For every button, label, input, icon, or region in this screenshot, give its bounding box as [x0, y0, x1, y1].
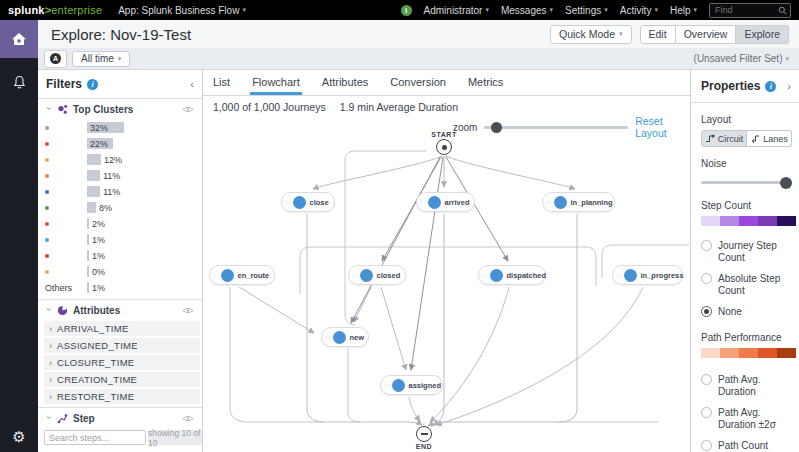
eye-icon[interactable]	[182, 307, 194, 314]
drag-handle-icon[interactable]: ∷	[326, 334, 330, 341]
find-search[interactable]	[709, 3, 791, 18]
unsaved-filter-set[interactable]: (Unsaved Filter Set)▾	[694, 53, 789, 64]
radio-icon[interactable]	[701, 407, 712, 418]
cluster-row[interactable]: 2%	[38, 216, 202, 232]
quick-mode-button[interactable]: Quick Mode▾	[550, 25, 632, 44]
radio-icon[interactable]	[701, 273, 712, 284]
topbar-menu-help[interactable]: Help▾	[670, 5, 697, 16]
cluster-row[interactable]: 0%	[38, 264, 202, 280]
attributes-header[interactable]: › Attributes	[38, 302, 202, 319]
step-radio-none[interactable]: None	[701, 306, 791, 318]
cluster-row[interactable]: 12%	[38, 152, 202, 168]
drag-handle-icon[interactable]: ∷	[617, 272, 621, 279]
cluster-row[interactable]: 11%	[38, 168, 202, 184]
topbar-menu-activity[interactable]: Activity▾	[620, 5, 658, 16]
attribute-row-arrival-time[interactable]: ›ARRIVAL_TIME	[44, 321, 200, 336]
drag-handle-icon[interactable]: ∷	[214, 272, 218, 279]
flowchart-canvas[interactable]: zoom Reset Layout	[203, 112, 690, 452]
topbar-menu-messages[interactable]: Messages▾	[501, 5, 553, 16]
cluster-row[interactable]: 1%	[38, 248, 202, 264]
step-radio-absolute-step-count[interactable]: Absolute Step Count	[701, 273, 791, 297]
node-bubble	[333, 331, 346, 344]
path-performance-options: Path Avg. DurationPath Avg. Duration ±2σ…	[701, 374, 791, 452]
drag-handle-icon[interactable]: ∷	[547, 199, 551, 206]
noise-slider-knob[interactable]	[780, 177, 792, 189]
gradient-segment	[701, 216, 720, 226]
eye-icon[interactable]	[182, 106, 194, 113]
cluster-row[interactable]: 22%	[38, 136, 202, 152]
zoom-slider-knob[interactable]	[491, 122, 502, 133]
drag-handle-icon[interactable]: ∷	[353, 272, 357, 279]
cluster-row[interactable]: 8%	[38, 200, 202, 216]
collapse-sidebar-icon[interactable]: ‹	[190, 78, 194, 90]
zoom-slider[interactable]	[484, 126, 628, 129]
path-radio-path-avg-duration[interactable]: Path Avg. Duration	[701, 374, 791, 398]
tab-list[interactable]: List	[213, 76, 230, 95]
collapse-panel-icon[interactable]: ›	[787, 80, 791, 92]
attribute-row-assigned-time[interactable]: ›ASSIGNED_TIME	[44, 338, 200, 353]
flow-node-dispatched[interactable]: ∷dispatched	[478, 265, 546, 285]
tab-attributes[interactable]: Attributes	[322, 76, 368, 95]
explore-button[interactable]: Explore	[736, 25, 789, 44]
cluster-color-dot	[45, 174, 49, 178]
tab-conversion[interactable]: Conversion	[390, 76, 446, 95]
user-menu[interactable]: Administrator▾	[424, 5, 489, 16]
step-header[interactable]: › Step	[38, 410, 202, 427]
cluster-row[interactable]: 11%	[38, 184, 202, 200]
flow-node-closed[interactable]: ∷closed	[348, 265, 406, 285]
flow-node-in_progress[interactable]: ∷in_progress	[612, 265, 683, 285]
radio-icon[interactable]	[701, 306, 712, 317]
attribute-row-creation-time[interactable]: ›CREATION_TIME	[44, 372, 200, 387]
flow-node-en_route[interactable]: ∷en_route	[209, 265, 275, 285]
flow-node-new[interactable]: ∷new	[321, 327, 369, 347]
radio-icon[interactable]	[701, 440, 712, 451]
flow-node-arrived[interactable]: ∷arrived	[416, 192, 475, 212]
top-clusters-header[interactable]: › Top Clusters	[38, 101, 202, 118]
find-input[interactable]	[713, 4, 776, 16]
flow-node-in_planning[interactable]: ∷in_planning	[542, 192, 615, 212]
tab-metrics[interactable]: Metrics	[468, 76, 503, 95]
cluster-row[interactable]: 32%	[38, 120, 202, 136]
step-radio-journey-step-count[interactable]: Journey Step Count	[701, 240, 791, 264]
cluster-row[interactable]: 1%	[38, 232, 202, 248]
flow-node-close[interactable]: ∷close	[281, 192, 335, 212]
eye-icon[interactable]	[182, 415, 194, 422]
radio-icon[interactable]	[701, 240, 712, 251]
node-label: new	[349, 333, 364, 342]
flow-node-assigned[interactable]: ∷assigned	[380, 375, 443, 395]
cluster-color-dot	[45, 190, 49, 194]
node-label: in_planning	[570, 198, 612, 207]
home-button[interactable]	[0, 20, 38, 58]
notifications-button[interactable]	[0, 75, 38, 90]
app-badge-button[interactable]: A	[44, 50, 67, 68]
divider	[38, 299, 202, 300]
noise-slider[interactable]	[701, 181, 792, 184]
radio-icon[interactable]	[701, 374, 712, 385]
app-menu[interactable]: App: Splunk Business Flow▾	[118, 5, 246, 16]
end-node[interactable]: END	[404, 426, 444, 450]
info-icon[interactable]: i	[765, 81, 776, 92]
tab-bar: ListFlowchartAttributesConversionMetrics	[203, 70, 690, 96]
drag-handle-icon[interactable]: ∷	[286, 199, 290, 206]
time-range-picker[interactable]: All time▾	[72, 51, 130, 67]
layout-circuit-button[interactable]: Circuit	[701, 130, 747, 147]
overview-button[interactable]: Overview	[676, 25, 737, 44]
search-steps-input[interactable]	[44, 430, 146, 445]
cluster-row[interactable]: Others1%	[38, 280, 202, 296]
drag-handle-icon[interactable]: ∷	[385, 382, 389, 389]
path-radio-path-avg-duration-2[interactable]: Path Avg. Duration ±2σ	[701, 407, 791, 431]
topbar-menu-settings[interactable]: Settings▾	[565, 5, 608, 16]
tab-flowchart[interactable]: Flowchart	[252, 76, 300, 95]
settings-gear-button[interactable]: ⚙	[0, 428, 38, 446]
gradient-segment	[720, 348, 739, 358]
info-icon[interactable]: i	[87, 79, 98, 90]
edit-button[interactable]: Edit	[640, 25, 676, 44]
drag-handle-icon[interactable]: ∷	[421, 199, 425, 206]
reset-layout-link[interactable]: Reset Layout	[635, 115, 690, 139]
attribute-row-closure-time[interactable]: ›CLOSURE_TIME	[44, 355, 200, 370]
path-radio-path-count[interactable]: Path Count	[701, 440, 791, 452]
drag-handle-icon[interactable]: ∷	[483, 272, 487, 279]
layout-lanes-button[interactable]: Lanes	[747, 130, 792, 147]
cluster-bar	[87, 282, 89, 293]
attribute-row-restore-time[interactable]: ›RESTORE_TIME	[44, 389, 200, 404]
